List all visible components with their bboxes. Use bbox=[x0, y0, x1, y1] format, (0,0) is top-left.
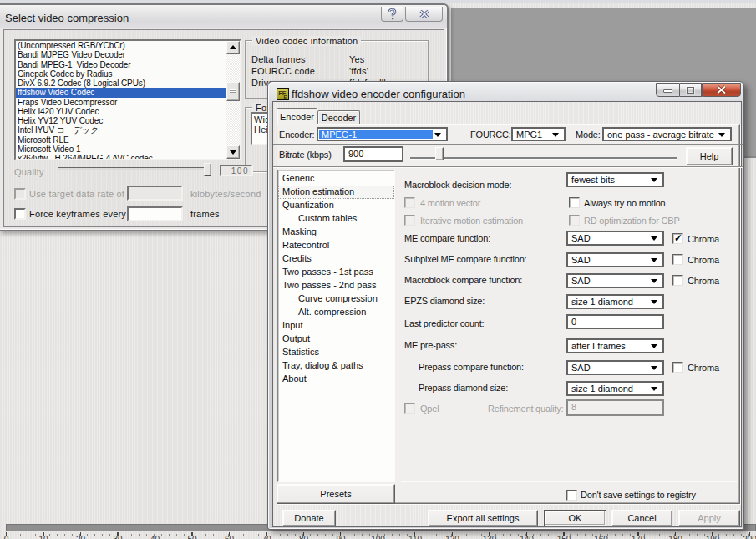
svg-text:E: E bbox=[284, 94, 287, 99]
